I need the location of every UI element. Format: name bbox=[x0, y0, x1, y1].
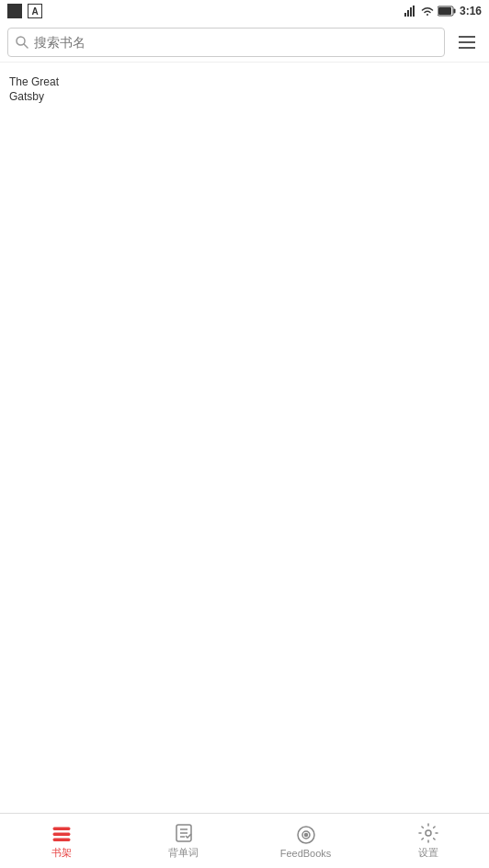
nav-item-bookshelf[interactable]: 书架 bbox=[0, 814, 122, 868]
svg-rect-11 bbox=[53, 828, 70, 830]
wordlist-icon bbox=[173, 822, 195, 844]
nav-item-settings[interactable]: 设置 bbox=[367, 814, 489, 868]
battery-icon bbox=[438, 6, 456, 17]
bottom-nav: 书架 背单词 FeedBooks bbox=[0, 813, 489, 868]
status-icon-a: A bbox=[28, 4, 42, 18]
nav-label-bookshelf: 书架 bbox=[51, 846, 72, 860]
settings-icon bbox=[417, 822, 439, 844]
status-right-icons: 3:16 bbox=[404, 5, 482, 17]
svg-point-18 bbox=[304, 833, 307, 836]
svg-rect-6 bbox=[438, 7, 451, 15]
search-icon bbox=[16, 36, 28, 49]
search-bar bbox=[0, 22, 489, 63]
svg-rect-0 bbox=[404, 13, 406, 17]
svg-rect-10 bbox=[53, 833, 70, 836]
wifi-icon bbox=[421, 6, 434, 17]
nav-item-wordlist[interactable]: 背单词 bbox=[122, 814, 244, 868]
search-input-wrapper[interactable] bbox=[7, 28, 445, 57]
svg-rect-5 bbox=[453, 9, 455, 14]
menu-button[interactable] bbox=[452, 28, 482, 57]
svg-rect-9 bbox=[53, 839, 70, 841]
status-icon-box bbox=[7, 4, 22, 18]
search-input[interactable] bbox=[34, 35, 437, 50]
status-bar: A 3:16 bbox=[0, 0, 489, 22]
status-left-icons: A bbox=[7, 4, 42, 18]
hamburger-icon bbox=[459, 36, 475, 49]
nav-item-feedbooks[interactable]: FeedBooks bbox=[244, 814, 367, 868]
svg-rect-1 bbox=[407, 10, 409, 17]
signal-icon bbox=[404, 6, 417, 17]
book-grid: The GREAT GATSBY F. SCOTT FITZGERALD The… bbox=[0, 63, 489, 813]
feedbooks-icon bbox=[295, 824, 317, 846]
svg-line-8 bbox=[24, 44, 28, 48]
nav-label-settings: 设置 bbox=[418, 846, 438, 860]
bookshelf-icon bbox=[51, 822, 73, 844]
svg-rect-2 bbox=[410, 7, 412, 17]
status-time: 3:16 bbox=[460, 5, 482, 17]
nav-label-wordlist: 背单词 bbox=[168, 846, 199, 860]
book-card-great-gatsby[interactable]: The GREAT GATSBY F. SCOTT FITZGERALD The… bbox=[9, 72, 92, 104]
book-title-great-gatsby: The Great Gatsby bbox=[9, 75, 92, 104]
svg-point-19 bbox=[426, 830, 431, 836]
nav-label-feedbooks: FeedBooks bbox=[280, 848, 332, 859]
svg-rect-3 bbox=[413, 6, 415, 17]
